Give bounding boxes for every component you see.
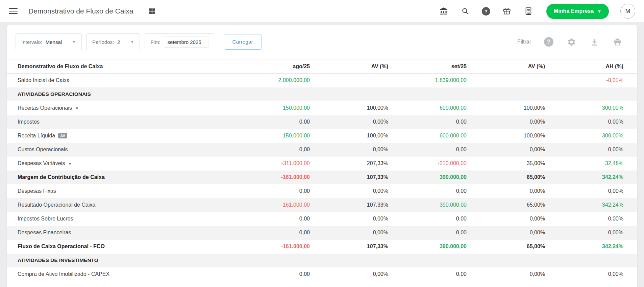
cell-value: -311.000,00 <box>231 157 310 171</box>
cell-value: 342,24% <box>545 240 637 254</box>
periods-select[interactable]: Períodos: 2 ▼ <box>86 33 140 50</box>
cell-value: 390.000,00 <box>388 171 467 184</box>
row-label: Margem de Contribuição de Caixa <box>7 171 231 184</box>
row-label: Saldo Inicial de Caixa <box>7 74 231 87</box>
cell-value: -161.000,00 <box>231 240 310 254</box>
table-help-icon[interactable]: ? <box>544 37 553 47</box>
table-row: Custos Operacionais0,000,00%0,000,00%0,0… <box>7 143 637 157</box>
row-label: Fluxo de Caixa Operacional - FCO <box>7 240 231 254</box>
row-label[interactable]: Despesas Variáveis▼ <box>7 157 231 171</box>
cell-value: 107,33% <box>310 171 388 184</box>
table-row: Receitas Operacionais▼150.000,00100,00%6… <box>7 101 637 115</box>
cell-value: 0,00% <box>467 212 545 226</box>
end-date-label: Fim: <box>150 39 160 45</box>
menu-icon[interactable] <box>9 8 18 14</box>
row-label[interactable]: Receitas Operacionais▼ <box>7 101 231 115</box>
interval-select[interactable]: Intervalo: Mensal ▼ <box>16 33 82 50</box>
page-title: Demonstrativo de Fluxo de Caixa <box>28 7 133 15</box>
column-header: AH (%) <box>545 59 637 74</box>
cell-value: -8,05% <box>545 74 637 87</box>
cell-value: 0,00% <box>545 115 637 129</box>
cell-value: 100,00% <box>467 101 545 115</box>
cell-value: 0,00 <box>231 226 310 240</box>
settings-gear-icon[interactable] <box>566 37 576 47</box>
cell-value: 342,24% <box>545 198 637 212</box>
row-label: Receita LíquidaAV <box>7 129 231 143</box>
cell-value <box>467 74 545 87</box>
cell-value: 0,00 <box>231 212 310 226</box>
expand-caret-icon[interactable]: ▼ <box>75 106 79 111</box>
company-selector-label: Minha Empresa <box>554 8 594 14</box>
column-header: AV (%) <box>310 59 388 74</box>
load-button[interactable]: Carregar <box>224 34 262 50</box>
cell-value: 0,00% <box>310 184 388 198</box>
row-label: Compra de Ativo Imobilizado - CAPEX <box>7 267 231 281</box>
cell-value: 0,00% <box>545 184 637 198</box>
calculator-icon[interactable] <box>523 6 534 16</box>
column-header: set/25 <box>388 59 467 74</box>
cell-value: 0,00% <box>545 226 637 240</box>
table-row: Compra de Ativo Imobilizado - CAPEX0,000… <box>7 267 637 281</box>
table-header-row: Demonstrativo de Fluxo de Caixa ago/25 A… <box>7 59 637 74</box>
chevron-down-icon: ▼ <box>72 40 76 44</box>
expand-caret-icon[interactable]: ▼ <box>68 161 72 166</box>
cell-value: 0,00% <box>467 184 545 198</box>
row-label: Impostos <box>7 115 231 129</box>
cell-value: 0,00 <box>231 184 310 198</box>
cell-value: 0,00% <box>545 267 637 281</box>
end-date-field[interactable]: Fim: <box>145 33 214 50</box>
cell-value: 0,00 <box>388 267 467 281</box>
cell-value: 600.000,00 <box>388 129 467 143</box>
column-header: Demonstrativo de Fluxo de Caixa <box>7 59 231 74</box>
dashboard-grid-icon[interactable] <box>147 6 157 16</box>
company-selector-button[interactable]: Minha Empresa ▼ <box>546 4 609 19</box>
cell-value: 0,00 <box>388 184 467 198</box>
cell-value: 0,00% <box>310 212 388 226</box>
row-label: ATIVIDADES DE INVESTIMENTO <box>7 254 637 267</box>
end-date-input[interactable] <box>164 36 208 48</box>
interval-label: Intervalo: <box>21 39 42 45</box>
cell-value: 207,33% <box>310 157 388 171</box>
cashflow-table: Demonstrativo de Fluxo de Caixa ago/25 A… <box>7 59 637 281</box>
cell-value: 0,00% <box>310 226 388 240</box>
section-row: ATIVIDADES OPERACIONAIS <box>7 87 637 101</box>
cell-value: 0,00% <box>467 143 545 157</box>
table-row: Despesas Variáveis▼-311.000,00207,33%-21… <box>7 157 637 171</box>
cell-value: 0,00 <box>231 143 310 157</box>
cell-value <box>310 74 388 87</box>
cell-value: 150.000,00 <box>231 101 310 115</box>
table-row: Impostos Sobre Lucros0,000,00%0,000,00%0… <box>7 212 637 226</box>
table-toolbar: Filtrar ? <box>517 37 628 47</box>
cell-value: 0,00 <box>388 226 467 240</box>
cell-value: 390.000,00 <box>388 240 467 254</box>
filter-bar: Intervalo: Mensal ▼ Períodos: 2 ▼ Fim: C… <box>7 33 637 50</box>
cell-value: 0,00% <box>467 115 545 129</box>
download-icon[interactable] <box>589 37 599 47</box>
cell-value: 150.000,00 <box>231 129 310 143</box>
column-header: ago/25 <box>231 59 310 74</box>
search-icon[interactable] <box>460 6 470 16</box>
table-row: Receita LíquidaAV150.000,00100,00%600.00… <box>7 129 637 143</box>
cell-value: 300,00% <box>545 129 637 143</box>
gift-icon[interactable] <box>502 6 512 16</box>
cell-value: -161.000,00 <box>231 198 310 212</box>
cell-value: 65,00% <box>467 240 545 254</box>
cell-value: 107,33% <box>310 240 388 254</box>
av-badge: AV <box>58 133 67 138</box>
row-label: Custos Operacionais <box>7 143 231 157</box>
cell-value: 35,00% <box>467 157 545 171</box>
filter-button[interactable]: Filtrar <box>517 39 531 45</box>
row-label: Resultado Operacional de Caixa <box>7 198 231 212</box>
user-avatar[interactable]: M <box>620 4 635 19</box>
topbar: Demonstrativo de Fluxo de Caixa ? <box>0 0 644 22</box>
bank-icon[interactable] <box>439 6 449 16</box>
row-label: ATIVIDADES OPERACIONAIS <box>7 87 637 101</box>
cell-value: 0,00% <box>545 143 637 157</box>
print-icon[interactable] <box>612 37 622 47</box>
table-row: Despesas Financeiras0,000,00%0,000,00%0,… <box>7 226 637 240</box>
cell-value: 0,00% <box>310 143 388 157</box>
cell-value: 2.000.000,00 <box>231 74 310 87</box>
cell-value: 0,00 <box>231 115 310 129</box>
column-header: AV (%) <box>467 59 545 74</box>
help-icon[interactable]: ? <box>482 7 490 16</box>
